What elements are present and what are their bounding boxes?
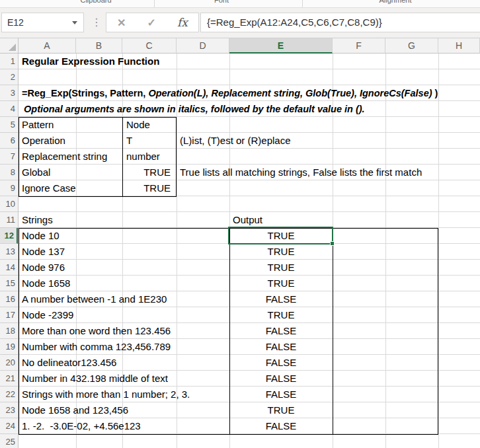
name-box-value: E12: [7, 13, 24, 32]
name-box[interactable]: E12: [1, 13, 84, 32]
cell-A13-string[interactable]: Node 137: [22, 244, 65, 260]
column-header-D[interactable]: D: [177, 38, 229, 54]
column-header-G[interactable]: G: [385, 38, 438, 54]
cell-A8-param-label[interactable]: Global: [22, 165, 50, 180]
ribbon-separator: [302, 0, 303, 7]
row-header-6[interactable]: 6: [0, 133, 18, 149]
cell-A14-string[interactable]: Node 976: [22, 260, 65, 276]
cell-A11-strings-header[interactable]: Strings: [22, 212, 53, 228]
row-header-10[interactable]: 10: [0, 196, 18, 212]
cell-A5-param-label[interactable]: Pattern: [22, 117, 54, 133]
row-header-18[interactable]: 18: [0, 323, 18, 339]
column-header-C[interactable]: C: [122, 38, 177, 54]
cell-E24-output[interactable]: FALSE: [229, 418, 333, 434]
cancel-icon[interactable]: ✕: [117, 17, 126, 29]
cell-C5-param-value[interactable]: Node: [123, 117, 176, 133]
cell-A1-title[interactable]: Regular Expression Function: [22, 54, 159, 69]
cell-C8-param-value[interactable]: TRUE: [123, 165, 176, 180]
column-headers: ABCDEFGH: [19, 38, 480, 54]
column-header-F[interactable]: F: [333, 38, 385, 54]
row-header-22[interactable]: 22: [0, 387, 18, 402]
row-header-15[interactable]: 15: [0, 276, 18, 291]
cell-E23-output[interactable]: TRUE: [229, 402, 333, 418]
enter-icon[interactable]: ✓: [147, 17, 156, 29]
formula-input[interactable]: {=Reg_Exp(A12:A24,C5,C6,C7,C8,C9)}: [200, 13, 480, 32]
cell-A20-string[interactable]: No delineator123.456: [22, 355, 116, 371]
cell-A9-param-label[interactable]: Ignore Case: [22, 180, 76, 196]
cell-E21-output[interactable]: FALSE: [229, 371, 333, 387]
row-header-21[interactable]: 21: [0, 371, 18, 387]
cell-A18-string[interactable]: More than one word then 123.456: [22, 323, 171, 339]
ribbon-group-alignment: Alignment: [356, 0, 435, 7]
cell-A15-string[interactable]: Node 1658: [22, 276, 70, 291]
row-headers: 1234567891011121314151617181920212223242…: [0, 54, 19, 448]
row-header-8[interactable]: 8: [0, 165, 18, 180]
signature-optional-args: Operation(L), Replacement string, Glob(T…: [148, 88, 432, 98]
cell-A4-note[interactable]: Optional arguments are shown in italics,…: [24, 101, 365, 117]
cell-C7-param-value[interactable]: number: [123, 149, 176, 165]
row-header-1[interactable]: 1: [0, 54, 18, 69]
cell-D6-param-comment[interactable]: (L)ist, (T)est or (R)eplace: [180, 133, 291, 149]
cell-E22-output[interactable]: FALSE: [229, 387, 333, 402]
cell-A17-string[interactable]: Node -2399: [22, 307, 73, 323]
cell-E11-output-header[interactable]: Output: [233, 212, 262, 228]
sheet-area[interactable]: Regular Expression Function =Reg_Exp(Str…: [19, 54, 480, 448]
cell-A24-string[interactable]: 1. -2. -3.0E-02, +4.56e123: [22, 418, 141, 434]
insert-function-icon[interactable]: fx: [177, 16, 188, 29]
cell-A3-signature[interactable]: =Reg_Exp(Strings, Pattern, Operation(L),…: [22, 85, 438, 101]
cell-E13-output[interactable]: TRUE: [229, 244, 333, 260]
row-header-17[interactable]: 17: [0, 307, 18, 323]
row-header-2[interactable]: 2: [0, 69, 18, 85]
signature-suffix: ): [432, 88, 438, 98]
cell-A12-string[interactable]: Node 10: [22, 228, 60, 244]
cell-A16-string[interactable]: A number between -1 and 1E230: [22, 291, 167, 307]
ribbon-strip: Clipboard Font Alignment: [0, 0, 480, 8]
row-header-12[interactable]: 12: [0, 228, 18, 244]
row-header-25[interactable]: 25: [0, 434, 18, 448]
select-all-corner[interactable]: [0, 38, 19, 54]
ribbon-separator: [154, 0, 155, 7]
column-header-H[interactable]: H: [438, 38, 480, 54]
cell-E20-output[interactable]: FALSE: [229, 355, 333, 371]
column-header-E[interactable]: E: [229, 38, 333, 54]
cell-A22-string[interactable]: Strings with more than 1 number; 2, 3.: [22, 387, 190, 402]
ribbon-group-clipboard: Clipboard: [56, 0, 136, 7]
cell-A7-param-label[interactable]: Replacement string: [22, 149, 107, 165]
formula-bar-grip-icon: ⋮: [91, 13, 102, 32]
row-header-19[interactable]: 19: [0, 339, 18, 355]
cell-C6-param-value[interactable]: T: [123, 133, 176, 149]
formula-bar-buttons: ✕ ✓ fx: [106, 13, 199, 32]
cell-E14-output[interactable]: TRUE: [229, 260, 333, 276]
gridline-vertical: [438, 54, 439, 448]
cell-A6-param-label[interactable]: Operation: [22, 133, 65, 149]
cell-A21-string[interactable]: Number in 432.198 middle of text: [22, 371, 168, 387]
row-header-3[interactable]: 3: [0, 85, 18, 101]
cell-E15-output[interactable]: TRUE: [229, 276, 333, 291]
row-header-13[interactable]: 13: [0, 244, 18, 260]
row-header-20[interactable]: 20: [0, 355, 18, 371]
cell-E19-output[interactable]: FALSE: [229, 339, 333, 355]
row-header-16[interactable]: 16: [0, 291, 18, 307]
row-header-7[interactable]: 7: [0, 149, 18, 165]
cell-E12-output[interactable]: TRUE: [229, 228, 333, 244]
row-header-14[interactable]: 14: [0, 260, 18, 276]
result-table-divider-right: [333, 228, 333, 435]
column-header-B[interactable]: B: [76, 38, 122, 54]
row-header-23[interactable]: 23: [0, 402, 18, 418]
row-header-11[interactable]: 11: [0, 212, 18, 228]
row-header-9[interactable]: 9: [0, 180, 18, 196]
column-header-A[interactable]: A: [19, 38, 76, 54]
formula-bar: E12 ⋮ ✕ ✓ fx {=Reg_Exp(A12:A24,C5,C6,C7,…: [0, 8, 480, 38]
row-header-4[interactable]: 4: [0, 101, 18, 117]
cell-E18-output[interactable]: FALSE: [229, 323, 333, 339]
excel-window: Clipboard Font Alignment E12 ⋮ ✕ ✓ fx {=…: [0, 0, 480, 448]
cell-E16-output[interactable]: FALSE: [229, 291, 333, 307]
cell-C9-param-value[interactable]: TRUE: [123, 180, 176, 196]
cell-E17-output[interactable]: TRUE: [229, 307, 333, 323]
cell-A19-string[interactable]: Number with comma 123,456.789: [22, 339, 171, 355]
row-header-5[interactable]: 5: [0, 117, 18, 133]
cell-D8-param-comment[interactable]: True lists all matching strings, False l…: [180, 165, 422, 180]
row-header-24[interactable]: 24: [0, 418, 18, 434]
name-box-dropdown-icon[interactable]: [72, 21, 77, 24]
cell-A23-string[interactable]: Node 1658 and 123,456: [22, 402, 128, 418]
